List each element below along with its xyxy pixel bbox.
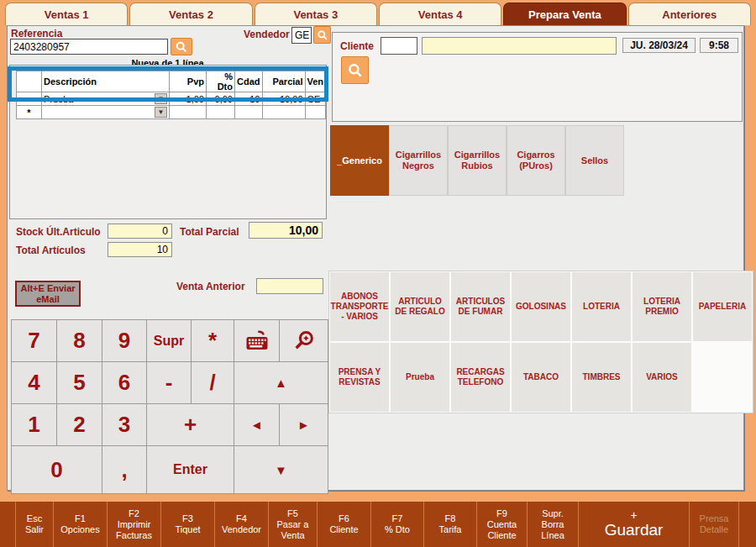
key-1[interactable]: 1 [12,404,56,445]
key-6[interactable]: 6 [102,362,146,403]
parcial-cell-empty[interactable] [262,106,305,119]
fn-f1-opciones[interactable]: F1 Opciones [53,502,107,547]
search-icon [175,40,188,54]
key-4[interactable]: 4 [12,362,56,403]
cliente-code-input[interactable] [381,37,417,55]
dto-cell-empty[interactable] [207,106,235,119]
descripcion-value: Prueba [44,94,73,104]
descripcion-cell-empty[interactable]: ▼ [42,106,170,119]
fn-key-text: Prensa [700,513,729,524]
fn-f3-tiquet[interactable]: F3 Tiquet [160,502,214,547]
pvp-cell[interactable]: 1,00 [170,92,207,106]
family-papeleria[interactable]: PAPELERIA [693,272,752,341]
tab-prepara-venta[interactable]: Prepara Venta [503,3,626,25]
referencia-label: Referencia [11,28,62,39]
key-8[interactable]: 8 [57,320,102,361]
family-loteria[interactable]: LOTERIA [572,272,631,341]
zoom-search-key[interactable] [280,320,328,361]
tab-ventas-4[interactable]: Ventas 4 [379,3,501,25]
vendedor-search-button[interactable] [313,26,331,44]
category-cigarrillos-rubios[interactable]: Cigarrillos Rubios [448,125,507,196]
family-articulo-de-regalo[interactable]: ARTICULO DE REGALO [391,272,449,341]
dto-cell[interactable]: 0,00 [207,92,235,106]
family-articulos-de-fumar[interactable]: ARTICULOS DE FUMAR [451,272,510,341]
cdad-cell[interactable]: 10 [235,92,263,106]
fn-f8-tarifa[interactable]: F8 Tarifa [423,502,476,547]
keyboard-icon-key[interactable] [234,320,279,361]
fn-key-text: F8 [445,513,456,524]
pvp-cell-empty[interactable] [170,106,207,119]
family-prueba[interactable]: Prueba [391,343,449,412]
category-cigarrillos-negros[interactable]: Cigarrillos Negros [389,125,448,196]
fn-prensa-detalle-disabled: Prensa Detalle [689,502,739,547]
family-timbres[interactable]: TIMBRES [572,343,631,412]
row-selector-cell[interactable] [17,92,42,106]
ven-cell-empty[interactable] [305,106,326,119]
key-9[interactable]: 9 [102,320,146,361]
category-cigarros-puros[interactable]: Cigarros (PUros) [507,125,565,196]
fn-f5-pasar-a-venta[interactable]: F5 Pasar a Venta [268,502,317,547]
family-prensa-y-revistas[interactable]: PRENSA Y REVISTAS [330,343,389,412]
total-parcial-label: Total Parcial [180,226,239,238]
email-button-line1: Alt+E Enviar [20,283,75,294]
parcial-cell[interactable]: 10,00 [262,92,305,106]
table-new-row[interactable]: * ▼ [17,106,326,119]
key-arrow-down[interactable]: ▼ [234,446,328,493]
fn-f4-vendedor[interactable]: F4 Vendedor [214,502,268,547]
fn-f7-dto[interactable]: F7 % Dto [370,502,423,547]
key-arrow-right[interactable]: ► [280,404,328,445]
fn-guardar-button[interactable]: + Guardar [578,502,689,547]
key-slash[interactable]: / [192,362,234,403]
table-row[interactable]: Prueba ▼ 1,00 0,00 10 10,00 GE [17,92,326,106]
key-enter[interactable]: Enter [147,446,234,493]
key-0[interactable]: 0 [12,446,102,493]
dropdown-arrow-icon[interactable]: ▼ [155,93,167,104]
cliente-name-input[interactable] [422,37,617,55]
fn-key-text: F7 [392,513,403,524]
search-icon [317,29,328,41]
referencia-search-button[interactable] [171,38,192,55]
sale-table: Descripción Pvp % Dto Cdad Parcial Ven P… [16,71,326,119]
fn-supr-borra-linea[interactable]: Supr. Borra Línea [527,502,578,547]
key-supr[interactable]: Supr [147,320,191,361]
referencia-input[interactable] [10,39,168,55]
descripcion-cell[interactable]: Prueba ▼ [42,92,170,106]
key-minus[interactable]: - [147,362,191,403]
key-7[interactable]: 7 [12,320,56,361]
fn-esc-salir[interactable]: Esc Salir [15,502,53,547]
fn-f6-cliente[interactable]: F6 Cliente [317,502,370,547]
send-email-button[interactable]: Alt+E Enviar eMail [15,281,81,307]
tab-ventas-2[interactable]: Ventas 2 [129,3,252,25]
vendedor-code-field[interactable]: GE [291,27,312,44]
tab-ventas-3[interactable]: Ventas 3 [255,3,377,25]
family-recargas-telefono[interactable]: RECARGAS TELEFONO [451,343,510,412]
family-golosinas[interactable]: GOLOSINAS [512,272,570,341]
key-asterisk[interactable]: * [192,320,234,361]
key-5[interactable]: 5 [57,362,102,403]
dropdown-arrow-icon[interactable]: ▼ [155,107,167,118]
cliente-search-button[interactable] [341,56,369,84]
magnifier-plus-icon [292,329,316,353]
cdad-cell-empty[interactable] [235,106,263,119]
key-comma[interactable]: , [102,446,146,493]
family-abonos-transporte[interactable]: ABONOS TRANSPORTE - VARIOS [330,272,389,341]
key-plus[interactable]: + [147,404,234,445]
tab-ventas-1[interactable]: Ventas 1 [5,3,128,25]
ven-cell[interactable]: GE [305,92,326,106]
fn-label-text: Cuenta Cliente [479,519,525,541]
tab-anteriores[interactable]: Anteriores [628,3,751,25]
family-loteria-premio[interactable]: LOTERIA PREMIO [633,272,691,341]
key-arrow-left[interactable]: ◄ [234,404,279,445]
key-arrow-up[interactable]: ▲ [234,362,328,403]
fn-f9-cuenta-cliente[interactable]: F9 Cuenta Cliente [476,502,527,547]
column-header-ven: Ven [305,71,326,92]
total-parcial-field: 10,00 [249,222,323,239]
family-varios[interactable]: VARIOS [633,343,691,412]
category-generico[interactable]: _Generico [330,125,389,196]
key-3[interactable]: 3 [102,404,146,445]
family-tabaco[interactable]: TABACO [512,343,570,412]
key-2[interactable]: 2 [57,404,102,445]
category-sellos[interactable]: Sellos [565,125,624,196]
fn-f2-imprimir-facturas[interactable]: F2 Imprimir Facturas [107,502,160,547]
main-panel: Referencia Vendedor GE Cliente JU. 28/03… [7,25,744,491]
